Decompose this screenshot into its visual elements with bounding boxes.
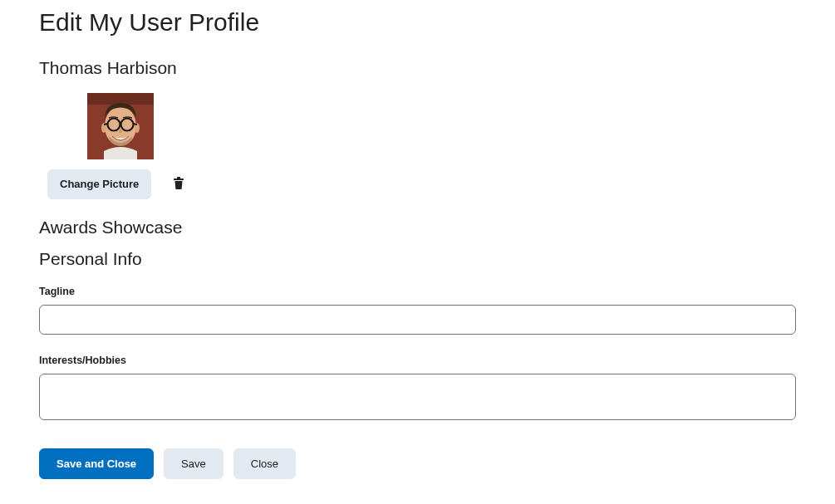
svg-rect-1 bbox=[87, 93, 154, 105]
personal-info-heading: Personal Info bbox=[39, 249, 796, 269]
tagline-label: Tagline bbox=[39, 286, 796, 297]
trash-icon bbox=[173, 176, 184, 192]
awards-showcase-heading: Awards Showcase bbox=[39, 218, 796, 237]
avatar-wrapper bbox=[87, 93, 796, 159]
svg-line-9 bbox=[134, 124, 138, 125]
tagline-input[interactable] bbox=[39, 305, 796, 335]
svg-rect-11 bbox=[177, 177, 180, 179]
save-button[interactable]: Save bbox=[164, 448, 223, 480]
picture-actions: Change Picture bbox=[47, 169, 796, 199]
interests-label: Interests/Hobbies bbox=[39, 355, 796, 366]
delete-picture-button[interactable] bbox=[169, 173, 188, 195]
svg-line-8 bbox=[104, 124, 108, 125]
footer-actions: Save and Close Save Close bbox=[39, 448, 796, 480]
change-picture-button[interactable]: Change Picture bbox=[47, 169, 151, 199]
save-and-close-button[interactable]: Save and Close bbox=[39, 448, 154, 480]
interests-input[interactable] bbox=[39, 374, 796, 420]
close-button[interactable]: Close bbox=[233, 448, 296, 480]
user-name-heading: Thomas Harbison bbox=[39, 58, 796, 78]
avatar bbox=[87, 93, 154, 159]
tagline-field-group: Tagline bbox=[39, 286, 796, 335]
page-title: Edit My User Profile bbox=[39, 8, 796, 37]
interests-field-group: Interests/Hobbies bbox=[39, 355, 796, 423]
svg-rect-10 bbox=[174, 179, 184, 180]
